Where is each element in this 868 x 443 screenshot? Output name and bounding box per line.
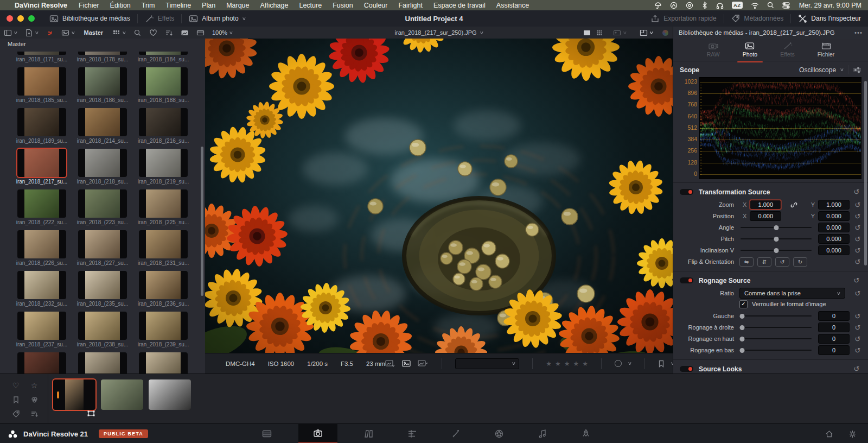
reset-section-icon[interactable]: ↺ — [852, 365, 861, 373]
tab-raw[interactable]: RAW — [705, 41, 722, 59]
slider[interactable] — [741, 315, 812, 317]
tag-icon[interactable] — [12, 410, 20, 418]
slider-knob[interactable] — [774, 225, 778, 230]
metadata-button[interactable]: Métadonnées — [724, 10, 791, 27]
app-status-icon[interactable] — [670, 2, 678, 9]
value-field[interactable]: 0 — [818, 334, 850, 344]
slider-knob[interactable] — [774, 237, 778, 242]
media-thumbnail[interactable]: iran_2018_(227_su... — [72, 230, 133, 267]
menu-item[interactable]: Marque — [221, 2, 254, 9]
media-thumbnail[interactable]: iran_2018_(238_su... — [72, 312, 133, 348]
color-bypass-icon[interactable] — [662, 30, 668, 36]
media-thumbnail[interactable]: iran_2018_(237_su... — [11, 312, 72, 348]
media-thumbnail[interactable]: iran_2018_(217_su... — [11, 149, 72, 185]
media-thumbnail[interactable]: iran_2018_(184_su... — [133, 52, 194, 63]
slider[interactable] — [741, 250, 812, 251]
menu-item[interactable]: Couleur — [359, 2, 393, 9]
media-thumbnail[interactable]: iran_2018_(223_su... — [72, 189, 133, 226]
minimize-window-icon[interactable] — [17, 15, 24, 22]
position-y-field[interactable]: 0.000 — [818, 211, 850, 221]
media-thumbnail[interactable] — [133, 352, 194, 374]
bluetooth-icon[interactable] — [701, 2, 708, 9]
app-menu[interactable]: DaVinci Resolve — [9, 2, 73, 9]
slider[interactable] — [741, 350, 812, 351]
bin-selector[interactable]: Master — [79, 29, 108, 36]
media-thumbnail[interactable]: iran_2018_(231_su... — [133, 230, 194, 267]
media-thumbnail[interactable]: iran_2018_(236_su... — [133, 271, 194, 307]
reset-icon[interactable]: ↺ — [853, 212, 863, 220]
slider[interactable] — [741, 238, 812, 239]
star-icon[interactable]: ★ — [555, 360, 561, 368]
album-selector[interactable]: Album photo ∨ — [182, 10, 252, 27]
inspector-toggle-button[interactable]: Dans l'inspecteur — [791, 10, 868, 27]
slider-knob[interactable] — [739, 314, 744, 319]
menu-item[interactable]: Assistance — [491, 2, 534, 9]
rotate-cw-button[interactable]: ↻ — [793, 257, 807, 267]
compare-view-selector[interactable]: ∨ — [609, 29, 630, 37]
heart-icon[interactable]: ♡ — [12, 381, 20, 390]
page-fusion[interactable] — [444, 424, 468, 443]
keyword-select[interactable]: ∨ — [455, 358, 519, 369]
options-menu-icon[interactable]: ••• — [854, 29, 863, 36]
star-icon[interactable]: ☆ — [31, 381, 38, 390]
rotate-ccw-button[interactable]: ↺ — [775, 257, 789, 267]
menu-item[interactable]: Fichier — [73, 2, 105, 9]
sort-icon[interactable] — [30, 410, 39, 418]
reset-section-icon[interactable]: ↺ — [852, 276, 861, 284]
media-thumbnail[interactable]: iran_2018_(235_su... — [72, 271, 133, 307]
reset-icon[interactable]: ↺ — [853, 346, 863, 355]
media-thumbnail[interactable]: iran_2018_(189_su... — [11, 108, 72, 144]
page-edit[interactable] — [400, 424, 424, 443]
chevron-down-icon[interactable]: ∨ — [628, 361, 632, 366]
media-thumbnail[interactable]: iran_2018_(214_su... — [72, 108, 133, 144]
headphones-icon[interactable] — [716, 2, 724, 9]
keyboard-layout-badge[interactable]: AZ — [732, 2, 743, 9]
reset-icon[interactable]: ↺ — [853, 312, 863, 320]
slider[interactable] — [741, 227, 812, 228]
page-cut[interactable] — [357, 424, 381, 443]
effects-button[interactable]: Effets — [138, 10, 181, 27]
reset-icon[interactable]: ↺ — [853, 224, 863, 232]
slider-knob[interactable] — [739, 325, 744, 330]
shutter-icon[interactable] — [686, 2, 693, 9]
zoom-y-field[interactable]: 1.000 — [818, 200, 850, 210]
value-field[interactable]: 0.000 — [818, 245, 850, 255]
media-thumbnail[interactable]: iran_2018_(186_su... — [72, 67, 133, 104]
reset-section-icon[interactable]: ↺ — [852, 188, 861, 196]
import-media[interactable]: ∨ — [21, 29, 42, 37]
media-grid-scrollbar[interactable] — [201, 147, 203, 296]
spotlight-search-icon[interactable] — [767, 2, 774, 9]
image-icon[interactable] — [401, 359, 411, 368]
slider-knob[interactable] — [774, 248, 778, 253]
menu-item[interactable]: Fairlight — [393, 2, 427, 9]
image-export-icon[interactable] — [385, 359, 395, 368]
tab-photo[interactable]: Photo — [741, 41, 760, 59]
reset-icon[interactable]: ↺ — [853, 258, 863, 266]
flip-vertical-button[interactable]: ⇵ — [757, 257, 771, 267]
lock-aspect-checkbox[interactable]: ✓ — [739, 300, 748, 308]
flip-horizontal-button[interactable]: ⇋ — [739, 257, 754, 267]
zoom-window-icon[interactable] — [28, 15, 35, 22]
control-center-icon[interactable] — [782, 2, 790, 9]
reset-icon[interactable]: ↺ — [853, 289, 863, 298]
menu-item[interactable]: Fusion — [327, 2, 359, 9]
media-thumbnail[interactable]: iran_2018_(226_su... — [11, 230, 72, 267]
reset-icon[interactable]: ↺ — [853, 201, 863, 209]
reset-icon[interactable]: ↺ — [853, 235, 863, 243]
reset-icon[interactable]: ↺ — [853, 246, 863, 255]
bin-tab-master[interactable]: Master — [0, 39, 205, 49]
star-icon[interactable]: ★ — [573, 360, 579, 368]
favorites-filter[interactable] — [145, 29, 161, 37]
reset-icon[interactable]: ↺ — [853, 335, 863, 343]
filmstrip-item[interactable] — [53, 379, 95, 410]
view-grid-selector[interactable]: ∨ — [108, 29, 130, 37]
media-thumbnail[interactable] — [72, 352, 133, 374]
slider[interactable] — [741, 327, 812, 328]
inspector-scrollbar[interactable] — [864, 81, 867, 265]
value-field[interactable]: 0 — [818, 345, 850, 355]
media-thumbnail[interactable]: iran_2018_(222_su... — [11, 189, 72, 226]
value-field[interactable]: 0.000 — [818, 223, 850, 232]
rating-stars[interactable]: ★★★★★ — [546, 360, 588, 368]
menu-item[interactable]: Édition — [105, 2, 136, 9]
menu-item[interactable]: Trim — [136, 2, 161, 9]
